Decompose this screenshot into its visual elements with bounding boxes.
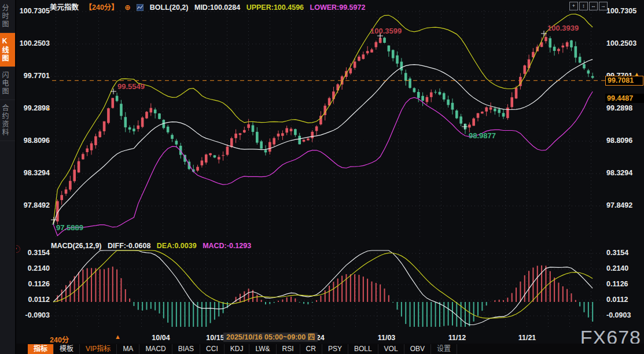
boll-mid-value: MID:100.0284 [194,3,240,12]
toolbar-item-10[interactable]: CR [300,344,322,354]
left-price-axis-label: 97.8492 [14,201,50,209]
right-price-axis-label: 98.3294 [606,169,643,177]
x-axis-date-label: 10/04 [152,334,170,342]
macd-macd-value: MACD:-0.1293 [203,242,251,250]
left-price-axis-label: 100.2503 [14,39,50,47]
horizontal-scale-icon[interactable]: ↔ [589,2,598,10]
right-macd-axis-label: 0.0112 [606,296,643,304]
crosshair-date-tooltip: 2025/10/16 05:00~09:00 四 [223,333,318,342]
price-extreme-annotation: 97.5889 [56,223,83,232]
toolbar-item-6[interactable]: CCI [200,344,225,354]
x-axis-date-label: 10/15 [206,334,224,342]
toolbar-item-1[interactable]: 模板 [54,344,80,354]
left-price-axis-label: 98.8096 [14,137,50,145]
indicator-toolbar: 指标模板VIP指标MAMACDBIASCCIKDJLW&RSICRPSYBOLL… [16,344,644,354]
right-price-axis-label: 98.8096 [606,137,643,145]
toolbar-item-8[interactable]: LW& [249,344,276,354]
main-chart-svg[interactable] [0,0,644,354]
crosshair-icon[interactable]: + [569,2,578,10]
price-extreme-annotation: 100.3599 [370,27,402,35]
boll-upper-value: UPPER:100.4596 [246,3,304,12]
macd-label: MACD(26,12,9) [51,242,102,250]
right-macd-axis-label: 0.3154 [606,249,643,257]
toolbar-item-11[interactable]: PSY [322,344,348,354]
boll-label: BOLL(20,2) [150,3,189,12]
left-axis-marker-icon: ▲ [46,106,50,111]
price-extreme-annotation: 100.3939 [547,24,579,32]
toolbar-item-3[interactable]: MA [117,344,139,354]
left-macd-axis-label: 0.1126 [14,280,50,288]
chart-type-icon[interactable] [137,4,143,13]
pan-right-icon[interactable]: → [599,2,608,10]
right-macd-axis-label: -0.0903 [606,311,643,319]
macd-header: MACD(26,12,9) DIFF:-0.0608 DEA:0.0039 MA… [51,242,255,250]
right-price-axis-label: 100.2503 [606,39,643,47]
left-macd-axis-label: -0.0903 [14,311,50,319]
sidebar-tab-2[interactable]: 闪电图 [0,67,15,100]
toolbar-item-2[interactable]: VIP指标 [80,344,117,354]
left-macd-axis-label: 0.0112 [14,296,50,304]
toolbar-item-14[interactable]: OBV [404,344,431,354]
sidebar-tab-1[interactable]: K线图 [0,33,15,67]
toolbar-item-5[interactable]: BIAS [172,344,200,354]
right-price-axis-label: 100.7305 [606,7,643,15]
right-price-axis-label: 99.2898 [606,104,643,112]
price-extreme-annotation: 99.5549 [117,82,145,91]
sidebar-tab-3[interactable]: 合约资料 [0,100,15,141]
toolbar-item-13[interactable]: VOL [378,344,404,354]
left-price-axis-label: 99.2898 [14,104,50,112]
toolbar-item-4[interactable]: MACD [139,344,172,354]
symbol-title: 美元指数 [50,3,79,12]
sidebar: 分时图K线图闪电图合约资料 [0,0,16,354]
toolbar-item-15[interactable]: 设置 [431,344,457,354]
current-price-box: 99.7081 [605,76,643,86]
left-price-axis-label: 100.7305 [14,7,50,15]
price-up-arrow-icon: ▲ [634,72,639,77]
toolbar-item-0[interactable]: 指标 [28,344,54,354]
macd-dea-value: DEA:0.0039 [157,242,197,250]
left-price-axis-label: 99.7701 [14,72,50,80]
x-axis-date-label: 11/12 [448,334,466,342]
right-price-axis-label: 97.8492 [606,201,643,209]
macd-diff-value: DIFF:-0.0608 [108,242,150,250]
sidebar-tab-0[interactable]: 分时图 [0,0,15,33]
interval-badge[interactable]: 【240分】 [85,3,119,12]
boll-lower-value: LOWER:99.5972 [310,3,366,12]
right-macd-axis-label: 0.1126 [606,280,643,288]
toolbar-item-12[interactable]: BOLL [348,344,378,354]
x-axis-date-label: 11/21 [518,334,536,342]
price-extreme-annotation: 98.9877 [469,131,496,140]
right-macd-axis-label: 0.2140 [606,264,643,272]
vertical-scale-icon[interactable]: ↕ [579,2,588,10]
left-price-axis-label: 98.3294 [14,169,50,177]
app-window: 分时图K线图闪电图合约资料 美元指数 【240分】 ⊕ BOLL(20,2) M… [0,0,644,354]
toolbar-item-9[interactable]: RSI [277,344,300,354]
x-axis-date-label: 11/03 [378,334,396,342]
left-macd-axis-label: 0.2140 [14,264,50,272]
secondary-price-label: 99.4487 [605,94,644,103]
interval-expand-icon[interactable]: ▲ [115,333,121,340]
add-indicator-icon[interactable]: ⊕ [124,3,130,12]
chart-header: 美元指数 【240分】 ⊕ BOLL(20,2) MID:100.0284 UP… [50,1,369,10]
toolbar-item-7[interactable]: KDJ [225,344,250,354]
